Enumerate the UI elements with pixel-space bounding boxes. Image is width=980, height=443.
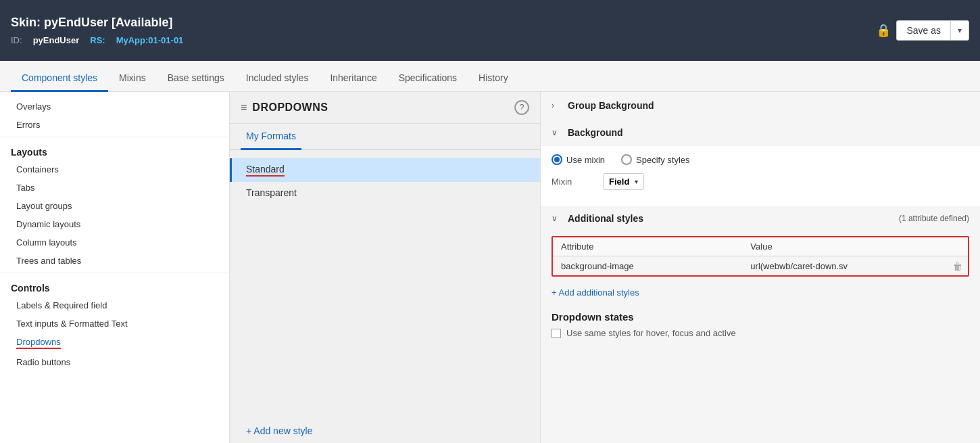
nav-tabs: Component styles Mixins Base settings In… bbox=[0, 61, 980, 92]
radio-specify-styles[interactable]: Specify styles bbox=[621, 154, 689, 165]
sidebar-item-containers[interactable]: Containers bbox=[0, 160, 229, 179]
sidebar-divider-2 bbox=[0, 273, 229, 273]
sidebar-item-tabs[interactable]: Tabs bbox=[0, 179, 229, 197]
center-tabs: My Formats bbox=[230, 124, 540, 150]
style-item-standard[interactable]: Standard bbox=[230, 158, 540, 182]
sidebar-item-column-layouts[interactable]: Column layouts bbox=[0, 233, 229, 252]
header-title: Skin: pyEndUser [Available] bbox=[11, 16, 969, 30]
right-panel: › Group Background ∨ Background Use mixi… bbox=[541, 92, 980, 443]
table-header-value: Value bbox=[742, 237, 948, 256]
radio-specify-styles-label: Specify styles bbox=[636, 155, 689, 165]
checkbox-row: Use same styles for hover, focus and act… bbox=[552, 328, 969, 338]
save-as-button[interactable]: Save as ▾ bbox=[896, 20, 969, 41]
tab-mixins[interactable]: Mixins bbox=[108, 66, 157, 92]
additional-styles-table-container: Attribute Value background-image url(web… bbox=[541, 236, 980, 303]
save-as-label: Save as bbox=[897, 21, 951, 40]
sidebar-item-text-inputs[interactable]: Text inputs & Formatted Text bbox=[0, 314, 229, 333]
delete-row-button[interactable]: 🗑 bbox=[948, 258, 968, 275]
style-list: Standard Transparent bbox=[230, 150, 540, 419]
radio-use-mixin-label: Use mixin bbox=[566, 155, 605, 165]
center-title: DROPDOWNS bbox=[252, 101, 509, 114]
group-background-section[interactable]: › Group Background bbox=[541, 92, 980, 119]
sidebar-section-layouts: Layouts bbox=[0, 140, 229, 160]
table-header-attribute: Attribute bbox=[553, 237, 742, 256]
tab-specifications[interactable]: Specifications bbox=[388, 66, 468, 92]
radio-use-mixin-circle bbox=[552, 154, 562, 165]
lock-icon[interactable]: 🔒 bbox=[876, 23, 891, 38]
additional-styles-header[interactable]: ∨ Additional styles (1 attribute defined… bbox=[541, 206, 980, 231]
menu-icon: ≡ bbox=[241, 101, 247, 114]
header-actions: 🔒 Save as ▾ bbox=[876, 20, 969, 41]
tab-component-styles[interactable]: Component styles bbox=[11, 66, 108, 92]
sidebar-item-errors[interactable]: Errors bbox=[0, 116, 229, 134]
tab-inheritance[interactable]: Inheritance bbox=[319, 66, 387, 92]
sidebar: Overlays Errors Layouts Containers Tabs … bbox=[0, 92, 230, 443]
sidebar-item-trees-and-tables[interactable]: Trees and tables bbox=[0, 252, 229, 270]
dropdown-states-title: Dropdown states bbox=[552, 311, 969, 323]
sidebar-item-dropdowns[interactable]: Dropdowns bbox=[0, 333, 229, 353]
help-icon[interactable]: ? bbox=[514, 100, 529, 115]
header-rs-label: RS: bbox=[90, 35, 105, 45]
same-styles-checkbox[interactable] bbox=[552, 329, 561, 338]
background-section-header[interactable]: ∨ Background bbox=[541, 119, 980, 146]
tab-included-styles[interactable]: Included styles bbox=[235, 66, 320, 92]
header-rs-value: MyApp:01-01-01 bbox=[116, 35, 184, 45]
mixin-select[interactable]: Field ▾ bbox=[603, 173, 644, 190]
center-header: ≡ DROPDOWNS ? bbox=[230, 92, 540, 124]
value-cell[interactable]: url(webwb/caret-down.sv bbox=[742, 257, 948, 275]
attribute-cell[interactable]: background-image bbox=[553, 257, 742, 275]
add-additional-button[interactable]: + Add additional styles bbox=[541, 282, 650, 303]
main-layout: Overlays Errors Layouts Containers Tabs … bbox=[0, 92, 980, 443]
dropdowns-label: Dropdowns bbox=[16, 337, 61, 349]
center-panel: ≡ DROPDOWNS ? My Formats Standard Transp… bbox=[230, 92, 541, 443]
radio-group: Use mixin Specify styles bbox=[552, 154, 969, 165]
group-background-title: Group Background bbox=[568, 100, 654, 111]
additional-styles-title: Additional styles bbox=[568, 213, 643, 224]
mixin-dropdown-arrow: ▾ bbox=[635, 178, 638, 185]
dropdown-states-section: Dropdown states Use same styles for hove… bbox=[541, 303, 980, 346]
header-id-value: pyEndUser bbox=[33, 35, 80, 45]
sidebar-item-overlays[interactable]: Overlays bbox=[0, 97, 229, 116]
sidebar-item-dynamic-layouts[interactable]: Dynamic layouts bbox=[0, 215, 229, 233]
standard-label: Standard bbox=[246, 164, 285, 177]
header-id-label: ID: bbox=[11, 35, 22, 45]
header: Skin: pyEndUser [Available] ID: pyEndUse… bbox=[0, 0, 980, 61]
radio-use-mixin[interactable]: Use mixin bbox=[552, 154, 605, 165]
mixin-label: Mixin bbox=[552, 177, 592, 187]
background-content: Use mixin Specify styles Mixin Field ▾ bbox=[541, 146, 980, 206]
style-item-transparent[interactable]: Transparent bbox=[230, 182, 540, 204]
sidebar-divider-1 bbox=[0, 137, 229, 137]
radio-specify-styles-circle bbox=[621, 154, 632, 165]
sidebar-item-labels[interactable]: Labels & Required field bbox=[0, 296, 229, 314]
additional-styles-count: (1 attribute defined) bbox=[899, 214, 969, 223]
tab-base-settings[interactable]: Base settings bbox=[157, 66, 235, 92]
styles-table: Attribute Value background-image url(web… bbox=[552, 236, 969, 277]
chevron-down-icon: ∨ bbox=[552, 128, 562, 137]
additional-styles-chevron: ∨ bbox=[552, 214, 562, 223]
mixin-row: Mixin Field ▾ bbox=[552, 173, 969, 190]
sidebar-item-layout-groups[interactable]: Layout groups bbox=[0, 197, 229, 215]
table-header-action bbox=[948, 237, 968, 256]
center-tab-my-formats[interactable]: My Formats bbox=[241, 124, 301, 150]
mixin-value: Field bbox=[609, 177, 629, 187]
background-section: ∨ Background Use mixin Specify styles Mi… bbox=[541, 119, 980, 206]
sidebar-item-radio-buttons[interactable]: Radio buttons bbox=[0, 353, 229, 371]
chevron-down-icon: ▾ bbox=[951, 22, 969, 39]
styles-table-header: Attribute Value bbox=[553, 237, 968, 256]
header-meta: ID: pyEndUser RS: MyApp:01-01-01 bbox=[11, 35, 969, 45]
add-style-button[interactable]: + Add new style bbox=[230, 419, 540, 443]
same-styles-label: Use same styles for hover, focus and act… bbox=[566, 328, 736, 338]
tab-history[interactable]: History bbox=[468, 66, 519, 92]
background-title: Background bbox=[568, 127, 623, 138]
additional-styles-section: ∨ Additional styles (1 attribute defined… bbox=[541, 206, 980, 303]
table-row: background-image url(webwb/caret-down.sv… bbox=[553, 256, 968, 275]
sidebar-section-controls: Controls bbox=[0, 276, 229, 296]
chevron-right-icon: › bbox=[552, 101, 562, 110]
